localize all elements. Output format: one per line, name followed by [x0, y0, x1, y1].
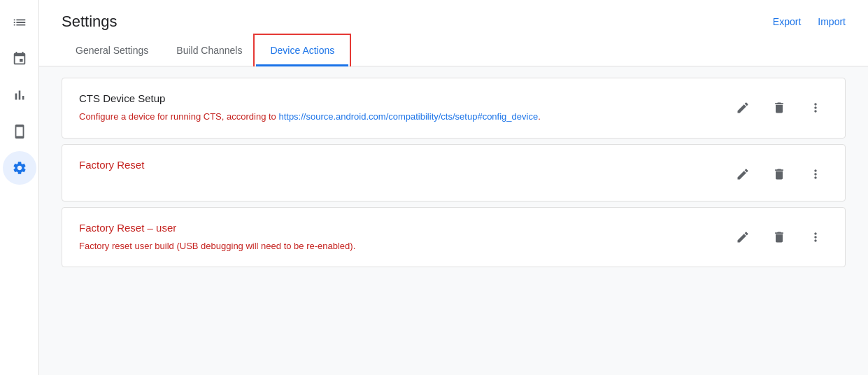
more-options-button[interactable]: [803, 162, 828, 187]
card-cts-actions: [730, 92, 828, 120]
card-cts-desc-text: Configure a device for running CTS, acco…: [79, 111, 278, 122]
delete-button[interactable]: [767, 162, 792, 187]
delete-button[interactable]: [767, 95, 792, 120]
card-factory-actions: [730, 159, 828, 187]
export-link[interactable]: Export: [773, 16, 801, 27]
delete-button[interactable]: [767, 225, 792, 250]
more-options-button[interactable]: [803, 225, 828, 250]
sidebar-item-device[interactable]: [3, 115, 36, 148]
tab-build-channels[interactable]: Build Channels: [162, 36, 256, 66]
card-factory-user-title: Factory Reset – user: [79, 222, 719, 234]
tabs-bar: General Settings Build Channels Device A…: [39, 36, 868, 66]
card-factory-body: Factory Reset: [79, 159, 719, 176]
card-cts-desc: Configure a device for running CTS, acco…: [79, 110, 719, 124]
sidebar-item-tasks[interactable]: [3, 6, 36, 39]
header: Settings Export Import: [39, 0, 868, 31]
card-cts-body: CTS Device Setup Configure a device for …: [79, 92, 719, 124]
card-cts-link[interactable]: https://source.android.com/compatibility…: [278, 111, 538, 122]
sidebar-item-analytics[interactable]: [3, 78, 36, 112]
import-link[interactable]: Import: [818, 16, 846, 27]
sidebar: [0, 0, 39, 375]
content-area: CTS Device Setup Configure a device for …: [39, 66, 868, 375]
edit-button[interactable]: [730, 162, 755, 187]
card-cts-device-setup: CTS Device Setup Configure a device for …: [62, 78, 846, 139]
card-factory-user-body: Factory Reset – user Factory reset user …: [79, 222, 719, 253]
card-cts-title: CTS Device Setup: [79, 92, 719, 104]
header-actions: Export Import: [773, 16, 846, 27]
card-factory-user-desc: Factory reset user build (USB debugging …: [79, 239, 719, 253]
card-factory-title: Factory Reset: [79, 159, 719, 171]
more-options-button[interactable]: [803, 95, 828, 120]
edit-button[interactable]: [730, 95, 755, 120]
sidebar-item-settings[interactable]: [3, 151, 36, 185]
card-factory-user-actions: [730, 222, 828, 250]
card-factory-reset-user: Factory Reset – user Factory reset user …: [62, 207, 846, 268]
tab-device-actions[interactable]: Device Actions: [256, 36, 348, 66]
main-content: Settings Export Import General Settings …: [39, 0, 868, 375]
edit-button[interactable]: [730, 225, 755, 250]
card-factory-reset: Factory Reset: [62, 144, 846, 201]
sidebar-item-calendar[interactable]: [3, 42, 36, 76]
page-title: Settings: [62, 13, 118, 31]
card-cts-desc-suffix: .: [538, 111, 541, 122]
tab-general-settings[interactable]: General Settings: [62, 36, 162, 66]
